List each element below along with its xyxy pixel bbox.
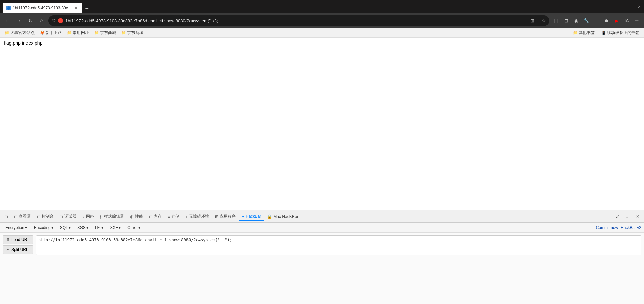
viewer-icon: ◻ [14,214,17,219]
split-url-label: Split URL [11,247,29,252]
hackbar-menu-encryption[interactable]: Encryption ▾ [3,224,30,231]
devtools-tab-accessibility[interactable]: ↑ 无障碍环境 [183,212,212,221]
url-input[interactable] [65,18,528,23]
tab-favicon: 🔵 [6,6,11,10]
tab-close-button[interactable]: ✕ [73,5,79,11]
devtools-toolbar: ◻ ◻ 查看器 ◻ 控制台 ◻ 调试器 ↓ 网络 {} 样式编辑器 [0,210,644,223]
hamburger-icon[interactable]: ☰ [632,16,641,25]
load-url-button[interactable]: ⬆ Load URL [3,235,33,244]
inspector-icon: ◻ [5,214,8,219]
hackbar-menu-encoding[interactable]: Encoding ▾ [31,224,56,231]
security-icon: 🛡 [52,18,56,23]
devtools-popout-button[interactable]: ⤢ [613,212,622,221]
bookmark-icon[interactable]: ☆ [542,18,546,23]
page-content: flag.php index.php [0,38,644,48]
hackbar-url-input[interactable] [36,235,641,255]
xxe-arrow-icon: ▾ [119,225,121,230]
devtools-tab-viewer[interactable]: ◻ 查看器 [11,212,34,221]
hackbar-menu-xss[interactable]: XSS ▾ [75,224,91,231]
active-tab[interactable]: 🔵 1bf11972-cdd5-4973-9103-39c... ✕ [3,3,82,13]
bookmark-common[interactable]: 📁 常用网址 [65,29,91,36]
viewer-label: 查看器 [19,214,31,219]
other-arrow-icon: ▾ [138,225,140,230]
memory-label: 内存 [154,214,162,219]
hackbar-menu-xxe[interactable]: XXE ▾ [107,224,123,231]
encoding-arrow-icon: ▾ [51,225,53,230]
new-tab-button[interactable]: + [82,4,92,13]
load-url-icon: ⬆ [6,237,10,242]
more-icon[interactable]: ··· [592,16,601,25]
devtools-tab-memory[interactable]: ◻ 内存 [146,212,164,221]
devtools-tab-maxhackbar[interactable]: 🔒 Max HacKBar [264,213,301,220]
nav-right-icons: ||| ⊟ ◉ 🔧 ··· ⏺ ▶ IA ☰ [551,16,641,25]
devtools-close-button[interactable]: ✕ [633,212,642,221]
tab-strip: 🔵 1bf11972-cdd5-4973-9103-39c... ✕ + [3,0,623,13]
hackbar-menu-lfi[interactable]: LFI ▾ [92,224,106,231]
reload-button[interactable]: ↻ [25,16,35,25]
devtools-tab-debugger[interactable]: ◻ 调试器 [57,212,79,221]
hackbar-menubar: Encryption ▾ Encoding ▾ SQL ▾ XSS ▾ LFI [0,223,644,233]
devtools-inspector-btn[interactable]: ◻ [2,213,11,220]
extensions-icon[interactable]: 🔧 [582,16,591,25]
memory-icon: ◻ [149,214,152,219]
bookmark-label: 京东商城 [100,30,116,36]
storage-icon: ≡ [168,214,170,219]
bookmark-jd1[interactable]: 📁 京东商城 [92,29,118,36]
youtube-icon[interactable]: ▶ [612,16,621,25]
hackbar-panel: Encryption ▾ Encoding ▾ SQL ▾ XSS ▾ LFI [0,223,644,304]
record-icon[interactable]: ⏺ [602,16,611,25]
devtools-more-button[interactable]: … [623,212,632,221]
sql-arrow-icon: ▾ [69,225,71,230]
close-button[interactable]: ✕ [637,4,641,9]
lock-icon: 🔒 [267,214,272,219]
home-button[interactable]: ⌂ [37,16,46,25]
bookmark-jd2-icon: 📁 [121,31,126,35]
devtools-tab-app[interactable]: ⊞ 应用程序 [212,212,238,221]
accessibility-icon: ↑ [185,214,187,219]
bookmark-label: 火狐官方站点 [10,30,35,36]
bookmark-other[interactable]: 📁 其他书签 [571,29,597,36]
accessibility-label: 无障碍环境 [189,214,209,219]
bookmark-newuser[interactable]: 🦊 新手上路 [38,29,64,36]
page-text: flag.php index.php [4,40,42,46]
tab-title: 1bf11972-cdd5-4973-9103-39c... [13,6,71,10]
forward-button[interactable]: → [14,16,23,25]
collections-icon[interactable]: ||| [551,16,561,25]
devtools-tab-style[interactable]: {} 样式编辑器 [97,212,127,221]
tab-view-icon[interactable]: ⊟ [561,16,571,25]
devtools-tab-storage[interactable]: ≡ 存储 [165,212,182,221]
hackbar-commit-link[interactable]: Commit now! HackBar v2 [596,225,641,230]
back-button[interactable]: ← [3,16,12,25]
bookmark-label: 新手上路 [46,30,62,36]
hackbar-menu-other[interactable]: Other ▾ [125,224,143,231]
bookmark-mobile[interactable]: 📱 移动设备上的书签 [599,29,641,36]
devtools-tab-hackbar[interactable]: ● HackBar [239,212,264,221]
storage-label: 存储 [171,214,179,219]
bookmark-folder-icon2: 📁 [67,31,72,35]
address-bar[interactable]: 🛡 🔴 ⊞ … ☆ [48,15,549,26]
maximize-button[interactable]: □ [631,4,635,9]
hackbar-menu-sql[interactable]: SQL ▾ [57,224,73,231]
account-icon[interactable]: ◉ [572,16,581,25]
qr-icon[interactable]: ⊞ [530,18,534,23]
perf-label: 性能 [135,214,143,219]
bookmark-label: 常用网址 [73,30,89,36]
devtools-tab-perf[interactable]: ◎ 性能 [127,212,146,221]
sync-icon[interactable]: IA [622,16,631,25]
load-url-label: Load URL [11,237,30,242]
devtools-tab-console[interactable]: ◻ 控制台 [34,212,56,221]
bookmark-jd2[interactable]: 📁 京东商城 [119,29,145,36]
split-url-button[interactable]: ✂ Split URL [3,245,33,254]
encoding-label: Encoding [34,225,51,230]
network-label: 网络 [86,214,94,219]
main-area: flag.php index.php ◻ ◻ 查看器 ◻ 控制台 ◻ 调试器 ↓… [0,38,644,304]
more-options-icon[interactable]: … [536,18,540,23]
minimize-button[interactable]: — [625,4,629,9]
encryption-label: Encryption [5,225,24,230]
devtools-tab-network[interactable]: ↓ 网络 [80,212,97,221]
window-controls: — □ ✕ [625,4,641,9]
other-label: Other [127,225,138,230]
hackbar-label: HackBar [246,214,261,219]
sql-label: SQL [60,225,68,230]
bookmark-firefox[interactable]: 📁 火狐官方站点 [3,29,37,36]
